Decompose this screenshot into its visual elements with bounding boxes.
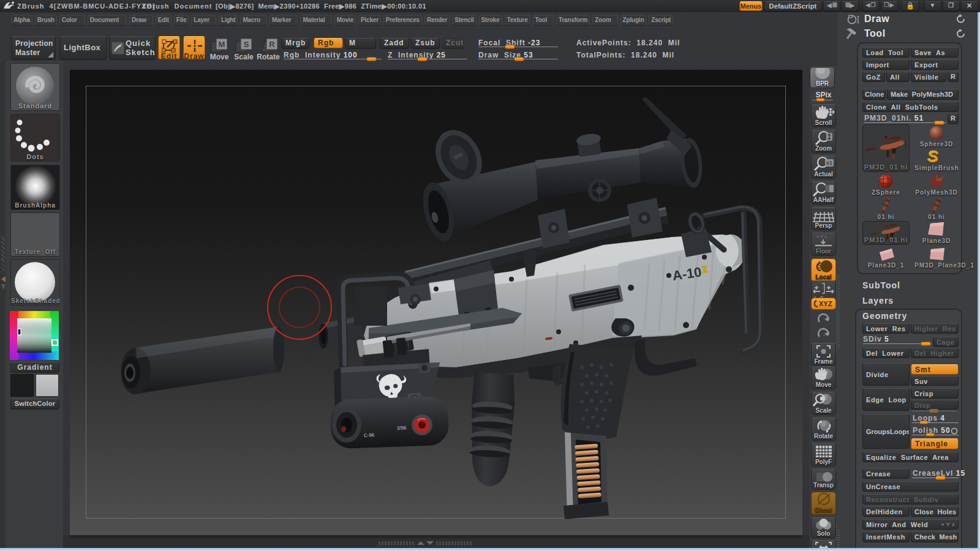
svg-text:XYZ: XYZ (819, 300, 832, 307)
svg-text:R: R (269, 40, 275, 49)
svg-text:x1: x1 (826, 160, 832, 166)
svg-text:× ϒ z: × ϒ z (816, 234, 827, 239)
svg-text:C-96: C-96 (364, 432, 375, 438)
svg-text:Z: Z (823, 332, 826, 337)
svg-text:S: S (244, 40, 249, 49)
svg-text:Y: Y (824, 317, 827, 322)
svg-text:M: M (219, 40, 225, 49)
svg-text:3/56: 3/56 (397, 425, 407, 431)
